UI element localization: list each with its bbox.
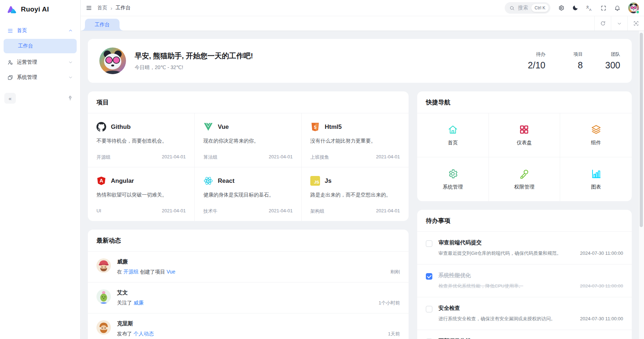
- todo-card-title: 待办事项: [417, 210, 632, 232]
- system-gear-icon: [447, 168, 458, 179]
- stat-team: 团队 300: [600, 51, 620, 71]
- quicknav-permission[interactable]: 权限管理: [489, 157, 560, 201]
- breadcrumb-separator-icon: ›: [111, 5, 112, 11]
- settings-gear-icon[interactable]: [558, 5, 564, 11]
- app-logo[interactable]: Ruoyi AI: [0, 0, 80, 19]
- topbar: 首页 › 工作台 搜索 Ctrl K 文A: [81, 0, 644, 16]
- project-vue[interactable]: Vue 现在的你决定将来的你。 算法组 2021-04-01: [195, 113, 302, 167]
- search-shortcut-badge: Ctrl K: [531, 4, 549, 12]
- projects-card: 项目 Github 不要等待机会，而要创造机会。: [88, 91, 409, 221]
- breadcrumb-current: 工作台: [116, 5, 131, 11]
- scrollbar-thumb[interactable]: [640, 33, 643, 227]
- todo-item: 审查前端代码提交 审查最近提交到Git仓库的前端代码，确保代码质量和规范。 20…: [417, 232, 632, 264]
- project-date: 2021-04-01: [162, 154, 186, 161]
- activity-link[interactable]: 威廉: [134, 300, 144, 306]
- sidebar-item-home[interactable]: 首页: [4, 24, 77, 37]
- menu-lines-icon: [7, 28, 13, 34]
- projects-grid: Github 不要等待机会，而要创造机会。 开源组 2021-04-01: [88, 113, 409, 221]
- bar-chart-icon: [591, 168, 602, 179]
- todo-item-completed: 系统性能优化 检查并优化系统性能，降低CPU使用率。 2024-07-30 11…: [417, 264, 632, 297]
- activity-card: 最新动态 威廉 在 开源组 创建了项目 Vue: [88, 230, 409, 339]
- activity-item: 艾文 关注了 威廉 1个小时前: [88, 282, 409, 313]
- dashboard-icon: [519, 124, 530, 135]
- activity-link[interactable]: Vue: [167, 269, 175, 275]
- chevron-down-icon[interactable]: [611, 16, 627, 31]
- online-status-dot: [636, 10, 640, 14]
- project-group: UI: [96, 208, 101, 213]
- sidebar-item-system[interactable]: 系统管理: [4, 71, 77, 84]
- sidebar-item-label: 首页: [17, 27, 27, 34]
- chevron-up-icon: [68, 28, 73, 33]
- project-date: 2021-04-01: [376, 154, 400, 161]
- quicknav-components[interactable]: 组件: [560, 113, 632, 157]
- svg-text:A: A: [99, 178, 103, 184]
- sidebar-pin-button[interactable]: [64, 93, 76, 104]
- breadcrumb: 首页 › 工作台: [97, 5, 131, 11]
- activity-link[interactable]: 个人动态: [134, 331, 154, 336]
- activity-item: 威廉 在 开源组 创建了项目 Vue 刚刚: [88, 252, 409, 282]
- notification-bell-icon[interactable]: [614, 5, 621, 11]
- search-input[interactable]: 搜索 Ctrl K: [505, 2, 550, 14]
- todo-timestamp: 2024-07-30 11:00:00: [573, 283, 623, 289]
- content-fullscreen-icon[interactable]: [627, 16, 644, 31]
- project-group: 架构组: [310, 208, 324, 214]
- app-title: Ruoyi AI: [21, 5, 49, 13]
- activity-link[interactable]: 开源组: [123, 269, 139, 275]
- quicknav-charts[interactable]: 图表: [560, 157, 632, 201]
- project-react[interactable]: React 健康的身体是实现目标的基石。 技术牛 2021-04-01: [195, 167, 302, 221]
- main-area: 首页 › 工作台 搜索 Ctrl K 文A: [81, 0, 644, 339]
- sidebar-item-workbench[interactable]: 工作台: [4, 39, 77, 53]
- tab-workbench[interactable]: 工作台: [85, 19, 120, 31]
- todo-item: 安全检查 进行系统安全检查，确保没有安全漏洞或未授权的访问。 2024-07-3…: [417, 297, 632, 330]
- weather-text: 今日晴，20℃ - 32℃!: [135, 64, 253, 71]
- breadcrumb-home[interactable]: 首页: [97, 5, 107, 11]
- sidebar-menu: 首页 工作台 运营管理 系统管理: [0, 19, 80, 89]
- user-avatar[interactable]: [628, 3, 639, 13]
- todo-item: 更新项目依赖: [417, 330, 632, 339]
- dark-mode-moon-icon[interactable]: [572, 5, 578, 11]
- sidebar-footer: «: [0, 89, 80, 107]
- todo-checkbox[interactable]: [426, 306, 432, 312]
- angular-logo-icon: A: [96, 176, 106, 186]
- chevron-down-icon: [68, 75, 73, 80]
- todo-card: 待办事项 审查前端代码提交 审查最近提交到Git仓库的前端代码，确保代码质量和规…: [417, 210, 632, 339]
- user-avatar-large: [99, 48, 126, 74]
- project-html5[interactable]: 5 Html5 没有什么才能比努力更重要。 上班摸鱼 2021-04-01: [302, 113, 409, 167]
- activity-description: 关注了 威廉: [117, 300, 144, 306]
- html5-logo-icon: 5: [310, 122, 320, 132]
- fullscreen-icon[interactable]: [600, 5, 607, 11]
- activity-time: 刚刚: [383, 269, 400, 275]
- project-group: 上班摸鱼: [310, 154, 329, 161]
- project-group: 技术牛: [203, 208, 217, 214]
- project-date: 2021-04-01: [376, 208, 400, 214]
- refresh-icon[interactable]: [594, 16, 611, 31]
- todo-checkbox[interactable]: [426, 240, 432, 247]
- quicknav-home[interactable]: 首页: [417, 113, 489, 157]
- app-logo-icon: [6, 4, 17, 15]
- greeting-title: 早安, 熊猫助手, 开始您一天的工作吧!: [135, 51, 253, 61]
- js-logo-icon: JS: [310, 176, 320, 186]
- sidebar-item-label: 系统管理: [17, 74, 37, 81]
- project-date: 2021-04-01: [162, 208, 186, 213]
- quicknav-dashboard[interactable]: 仪表盘: [489, 113, 560, 157]
- stat-projects: 项目 8: [563, 51, 583, 71]
- home-icon: [447, 124, 458, 135]
- hamburger-icon[interactable]: [86, 5, 92, 11]
- todo-timestamp: 2024-07-30 11:00:00: [573, 250, 623, 256]
- sidebar-item-operations[interactable]: 运营管理: [4, 55, 77, 69]
- quicknav-card-title: 快捷导航: [417, 91, 632, 113]
- components-layers-icon: [591, 124, 602, 135]
- avatar-evan: [96, 289, 111, 304]
- quicknav-card: 快捷导航 首页: [417, 91, 632, 201]
- project-angular[interactable]: A Angular 热情和欲望可以突破一切难关。 UI 2021-04-01: [88, 167, 195, 221]
- activity-user-name: 克里斯: [117, 320, 400, 327]
- todo-list: 审查前端代码提交 审查最近提交到Git仓库的前端代码，确保代码质量和规范。 20…: [417, 232, 632, 339]
- project-github[interactable]: Github 不要等待机会，而要创造机会。 开源组 2021-04-01: [88, 113, 195, 167]
- sidebar-collapse-button[interactable]: «: [4, 93, 16, 104]
- project-js[interactable]: JS Js 路是走出来的，而不是空想出来的。 架构组 2021-04-01: [302, 167, 409, 221]
- tab-label: 工作台: [95, 22, 110, 28]
- todo-checkbox-checked[interactable]: [426, 273, 432, 280]
- translate-icon[interactable]: 文A: [586, 5, 593, 12]
- quicknav-system[interactable]: 系统管理: [417, 157, 489, 201]
- activity-description: 发布了 个人动态: [117, 331, 154, 337]
